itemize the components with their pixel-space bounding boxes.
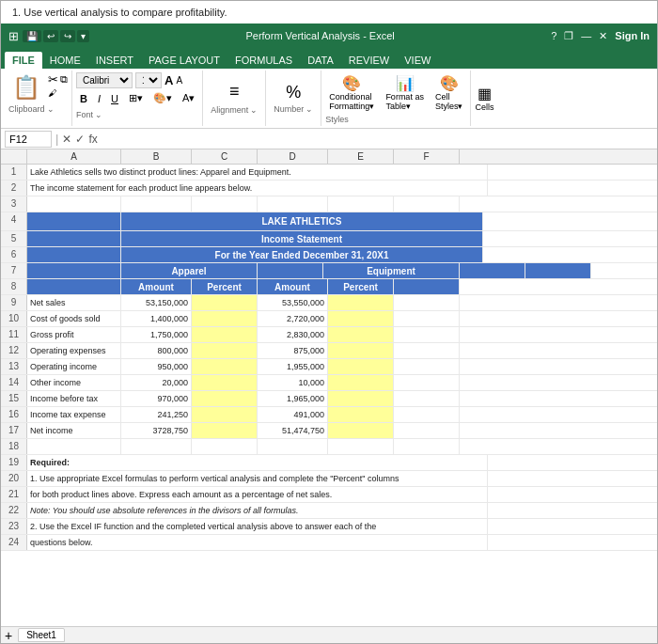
cell-a13[interactable]: Operating income [27, 359, 121, 374]
save-icon[interactable]: 💾 [23, 30, 41, 42]
cell-b18[interactable] [121, 439, 192, 454]
cell-e7[interactable] [460, 263, 525, 278]
cell-e13[interactable] [328, 359, 394, 374]
font-name-select[interactable]: Calibri [76, 72, 133, 88]
col-header-d[interactable]: D [258, 149, 328, 164]
number-expand-icon[interactable]: ⌄ [306, 104, 313, 114]
col-header-f[interactable]: F [394, 149, 460, 164]
cell-b8[interactable]: Amount [121, 279, 192, 294]
name-box[interactable] [5, 131, 52, 148]
cell-b16[interactable]: 241,250 [121, 407, 192, 422]
formula-input[interactable] [102, 133, 653, 146]
cancel-formula-icon[interactable]: ✕ [62, 133, 71, 146]
cell-c11[interactable] [192, 327, 258, 342]
cell-b15[interactable]: 970,000 [121, 391, 192, 406]
cell-f9[interactable] [394, 295, 460, 310]
col-header-e[interactable]: E [328, 149, 394, 164]
cell-c15[interactable] [192, 391, 258, 406]
undo-icon[interactable]: ↩ [43, 30, 58, 42]
cell-d7[interactable]: Equipment [323, 263, 460, 278]
font-color-button[interactable]: A▾ [179, 90, 198, 106]
format-as-table-button[interactable]: 📊 Format asTable▾ [382, 72, 428, 113]
cell-d11[interactable]: 2,830,000 [258, 327, 328, 342]
cell-a16[interactable]: Income tax expense [27, 407, 121, 422]
cell-e18[interactable] [328, 439, 394, 454]
cell-c17[interactable] [192, 423, 258, 438]
cell-a3[interactable] [27, 196, 121, 212]
percent-button[interactable]: % [286, 83, 301, 102]
cell-e12[interactable] [328, 343, 394, 358]
cell-b9[interactable]: 53,150,000 [121, 295, 192, 310]
cell-f12[interactable] [394, 343, 460, 358]
sheet-tab-1[interactable]: Sheet1 [18, 628, 65, 642]
redo-icon[interactable]: ↪ [60, 30, 75, 42]
cell-c9[interactable] [192, 295, 258, 310]
sign-in-button[interactable]: Sign In [615, 30, 650, 41]
cell-f10[interactable] [394, 311, 460, 326]
cell-a5[interactable] [27, 231, 121, 246]
col-header-c[interactable]: C [192, 149, 258, 164]
cell-a19[interactable]: Required: [27, 455, 488, 470]
cell-d8[interactable]: Amount [258, 279, 328, 294]
cell-d15[interactable]: 1,965,000 [258, 391, 328, 406]
tab-review[interactable]: REVIEW [341, 52, 397, 69]
cell-a17[interactable]: Net income [27, 423, 121, 438]
tab-home[interactable]: HOME [42, 52, 88, 69]
cell-e11[interactable] [328, 327, 394, 342]
cell-d13[interactable]: 1,955,000 [258, 359, 328, 374]
cell-f15[interactable] [394, 391, 460, 406]
cell-a15[interactable]: Income before tax [27, 391, 121, 406]
decrease-font-button[interactable]: A [176, 75, 182, 86]
border-button[interactable]: ⊞▾ [125, 90, 147, 106]
format-painter-button[interactable]: 🖌 [48, 88, 68, 98]
font-size-select[interactable]: 11 [135, 72, 162, 88]
cell-e10[interactable] [328, 311, 394, 326]
increase-font-button[interactable]: A [164, 73, 173, 87]
cell-e8[interactable]: Percent [328, 279, 394, 294]
cell-c18[interactable] [192, 439, 258, 454]
cell-d9[interactable]: 53,550,000 [258, 295, 328, 310]
cell-styles-button[interactable]: 🎨 CellStyles▾ [431, 72, 467, 113]
confirm-formula-icon[interactable]: ✓ [75, 133, 85, 146]
cell-d14[interactable]: 10,000 [258, 375, 328, 390]
alignment-expand-icon[interactable]: ⌄ [250, 105, 258, 115]
cell-e17[interactable] [328, 423, 394, 438]
cell-f18[interactable] [394, 439, 460, 454]
customize-icon[interactable]: ▾ [77, 30, 89, 42]
cell-c14[interactable] [192, 375, 258, 390]
tab-file[interactable]: FILE [5, 52, 42, 69]
cell-a21[interactable]: for both product lines above. Express ea… [27, 487, 488, 502]
cell-b3[interactable] [121, 196, 192, 212]
cell-a11[interactable]: Gross profit [27, 327, 121, 342]
cell-b5[interactable]: Income Statement [121, 231, 483, 246]
paste-button[interactable]: 📋 [8, 72, 44, 102]
cells-icon[interactable]: ▦ [478, 85, 492, 102]
help-button[interactable]: ? [551, 30, 556, 41]
alignment-button[interactable]: ≡ [229, 82, 240, 102]
cell-a4[interactable] [27, 212, 121, 230]
cell-a20[interactable]: 1. Use appropriate Excel formulas to per… [27, 471, 488, 486]
cell-f14[interactable] [394, 375, 460, 390]
cell-e3[interactable] [328, 196, 394, 212]
cell-c7[interactable] [258, 263, 323, 278]
cell-f8[interactable] [394, 279, 460, 294]
cell-c10[interactable] [192, 311, 258, 326]
copy-button[interactable]: ⧉ [60, 73, 68, 86]
cell-e9[interactable] [328, 295, 394, 310]
cell-f7[interactable] [525, 263, 591, 278]
cell-c3[interactable] [192, 196, 258, 212]
cell-a18[interactable] [27, 439, 121, 454]
cell-f3[interactable] [394, 196, 460, 212]
bold-button[interactable]: B [76, 91, 91, 106]
cell-d10[interactable]: 2,720,000 [258, 311, 328, 326]
cell-b7[interactable]: Apparel [121, 263, 258, 278]
cell-d3[interactable] [258, 196, 328, 212]
font-expand-icon[interactable]: ⌄ [95, 110, 102, 119]
cell-a2[interactable]: The income statement for each product li… [27, 181, 488, 196]
cell-b12[interactable]: 800,000 [121, 343, 192, 358]
tab-page-layout[interactable]: PAGE LAYOUT [141, 52, 227, 69]
cell-b11[interactable]: 1,750,000 [121, 327, 192, 342]
underline-button[interactable]: U [107, 91, 122, 106]
cell-a12[interactable]: Operating expenses [27, 343, 121, 358]
cell-a14[interactable]: Other income [27, 375, 121, 390]
